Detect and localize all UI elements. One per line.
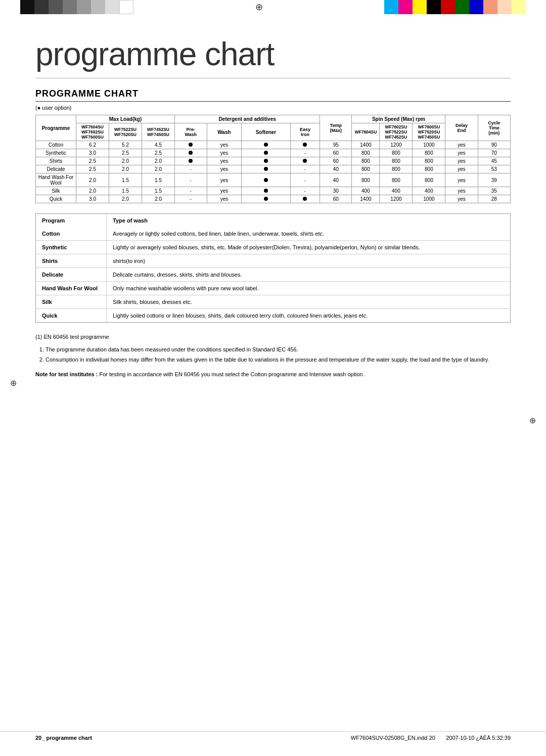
wash-type-desc: Only machine washable woollens with pure…: [107, 282, 511, 295]
crosshair-icon: ⊕: [255, 2, 263, 13]
wash-type-row: Hand Wash For WoolOnly machine washable …: [36, 282, 511, 295]
table-cell: 45: [478, 157, 510, 165]
wash-prog-name: Cotton: [36, 227, 107, 241]
table-cell: 60: [320, 157, 352, 165]
dot-indicator: [264, 197, 268, 201]
table-cell: 1.5: [109, 187, 142, 195]
table-cell: 35: [478, 187, 510, 195]
col-programme: Programme: [36, 115, 76, 141]
table-row: Synthetic3.02.52.5yes-60800800800yes70: [36, 149, 511, 157]
swatch-pink: [483, 0, 497, 14]
wash-type-row: SilkSilk shirts, blouses, dresses etc.: [36, 295, 511, 309]
dash-indicator: -: [190, 188, 192, 194]
table-cell: yes: [445, 165, 478, 173]
table-cell: yes: [207, 173, 242, 187]
dash-indicator: -: [304, 188, 306, 194]
footer-page-label: 20_ programme chart: [35, 735, 92, 741]
top-color-bar: ⊕: [0, 0, 546, 14]
table-cell: yes: [207, 187, 242, 195]
dot-indicator: [189, 151, 193, 155]
wash-prog-name: Synthetic: [36, 241, 107, 254]
table-cell: [175, 157, 207, 165]
wash-prog-name: Delicate: [36, 268, 107, 282]
table-cell: yes: [445, 195, 478, 203]
table-cell: [242, 165, 290, 173]
col-spinspeed: Spin Speed (Max) rpm: [352, 115, 445, 123]
table-cell: 1.5: [109, 173, 142, 187]
dash-indicator: -: [190, 166, 192, 172]
table-cell: 40: [320, 165, 352, 173]
table-cell: 40: [320, 173, 352, 187]
wash-type-row: CottonAveragely or lightly soiled cotton…: [36, 227, 511, 241]
page-content: programme chart PROGRAMME CHART (● user …: [0, 15, 546, 409]
table-cell: 60: [320, 195, 352, 203]
table-cell: Delicate: [36, 165, 76, 173]
sub-wash: Wash: [207, 123, 242, 141]
table-cell: 1.5: [142, 173, 175, 187]
table-cell: 800: [380, 173, 413, 187]
dash-indicator: -: [190, 196, 192, 202]
table-cell: 800: [413, 149, 445, 157]
table-cell: 800: [413, 165, 445, 173]
table-row: Delicate2.52.02.0-yes-40800800800yes53: [36, 165, 511, 173]
test-prog-note: (1) EN 60456 test programme: [35, 333, 511, 341]
dot-indicator: [264, 143, 268, 147]
note-institutes-text: For testing in accordance with EN 60456 …: [98, 371, 364, 377]
table-cell: 800: [413, 157, 445, 165]
table-cell: 95: [320, 141, 352, 149]
main-title: programme chart: [35, 35, 511, 78]
col-temp: Temp(Max): [320, 115, 352, 141]
table-cell: 800: [380, 165, 413, 173]
sub-spin-wf7600su: WF7600SUWF7520SUWF7450SU: [413, 123, 445, 141]
dot-indicator: [303, 197, 307, 201]
table-cell: 800: [352, 149, 380, 157]
table-cell: 800: [352, 157, 380, 165]
wash-prog-name: Shirts: [36, 254, 107, 268]
footer-file-left: WF7604SUV-02508G_EN.indd 20: [351, 735, 435, 741]
dot-indicator: [264, 151, 268, 155]
col-detergent: Detergent and additives: [175, 115, 320, 123]
table-cell: 2.0: [109, 157, 142, 165]
table-cell: -: [290, 187, 320, 195]
swatch-yellow: [413, 0, 427, 14]
table-cell: Silk: [36, 187, 76, 195]
wash-type-desc: Delicate curtains, dresses, skirts, shir…: [107, 268, 511, 282]
dot-indicator: [189, 143, 193, 147]
table-cell: 1200: [380, 141, 413, 149]
color-swatches: [384, 0, 526, 14]
table-cell: 2.5: [142, 149, 175, 157]
section-title: PROGRAMME CHART: [35, 88, 511, 102]
reg-mark-right: ⊕: [529, 416, 536, 425]
table-cell: yes: [207, 141, 242, 149]
table-cell: [242, 141, 290, 149]
swatch-4: [63, 0, 77, 14]
table-cell: 5.2: [109, 141, 142, 149]
table-cell: 90: [478, 141, 510, 149]
swatch-green: [455, 0, 469, 14]
table-cell: 400: [352, 187, 380, 195]
wash-type-desc: Averagely or lightly soiled cottons, bed…: [107, 227, 511, 241]
sub-easyiron: EasyIron: [290, 123, 320, 141]
table-cell: -: [290, 165, 320, 173]
table-cell: 2.5: [109, 149, 142, 157]
table-cell: 400: [413, 187, 445, 195]
dash-indicator: -: [304, 150, 306, 156]
table-cell: yes: [445, 157, 478, 165]
table-cell: [242, 149, 290, 157]
table-cell: -: [175, 195, 207, 203]
table-row: Silk2.01.51.5-yes-30400400400yes35: [36, 187, 511, 195]
sub-prewash: Pre-Wash: [175, 123, 207, 141]
table-cell: 60: [320, 149, 352, 157]
table-cell: Quick: [36, 195, 76, 203]
table-cell: 1000: [413, 195, 445, 203]
col-cycletime: CycleTime(min): [478, 115, 510, 141]
table-cell: 28: [478, 195, 510, 203]
table-cell: yes: [207, 149, 242, 157]
swatch-6: [91, 0, 105, 14]
wash-table-header: Program Type of wash: [36, 214, 511, 228]
wash-type-row: DelicateDelicate curtains, dresses, skir…: [36, 268, 511, 282]
table-cell: yes: [445, 149, 478, 157]
page-footer: 20_ programme chart WF7604SUV-02508G_EN.…: [0, 731, 546, 741]
swatch-5: [77, 0, 91, 14]
wash-type-desc: Silk shirts, blouses, dresses etc.: [107, 295, 511, 309]
